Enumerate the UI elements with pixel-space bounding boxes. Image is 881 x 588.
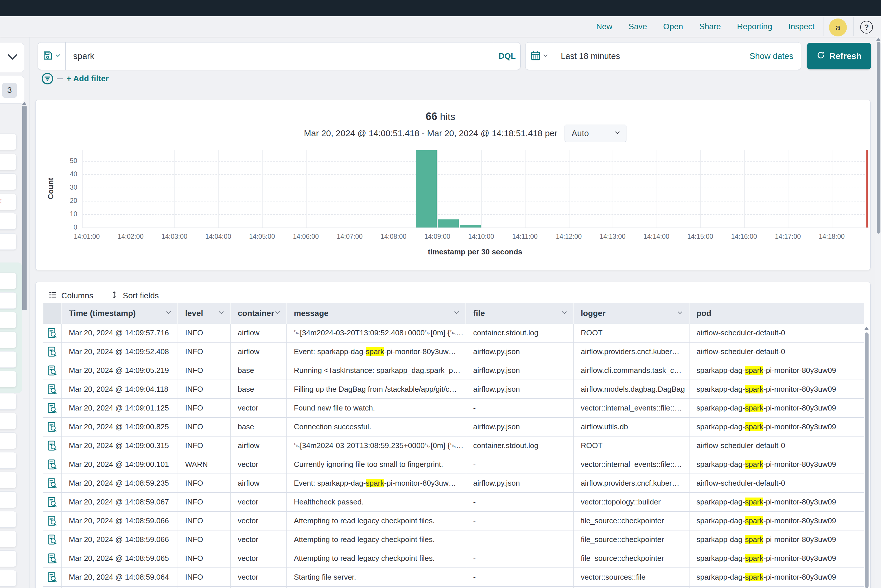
table-row: Mar 20, 2024 @ 14:08:59.065INFOvectorAtt… <box>44 549 864 568</box>
column-header-time-timestamp-[interactable]: Time (timestamp) <box>62 303 178 324</box>
sidebar-collapse-button[interactable] <box>0 43 24 72</box>
field-item-card[interactable] <box>0 351 17 368</box>
column-header-pod[interactable]: pod <box>690 303 864 324</box>
cell-message: Found new file to watch. <box>287 399 466 417</box>
help-icon[interactable]: ? <box>860 21 873 33</box>
inspect-document-icon[interactable] <box>44 549 62 567</box>
sort-fields-button[interactable]: Sort fields <box>110 291 159 301</box>
cell-container: airflow <box>231 474 287 492</box>
cell-logger <box>574 587 690 588</box>
field-item-card[interactable]: × <box>0 194 17 210</box>
field-item-card[interactable] <box>0 531 17 547</box>
inspect-document-icon[interactable] <box>44 399 62 417</box>
field-item-card[interactable] <box>0 570 17 586</box>
query-language-button[interactable]: DQL <box>494 42 520 70</box>
field-item-card[interactable] <box>0 472 17 488</box>
chevron-down-icon <box>165 309 172 318</box>
refresh-button[interactable]: Refresh <box>807 43 871 69</box>
table-row: Mar 20, 2024 @ 14:08:59.066INFOvectorAtt… <box>44 531 864 549</box>
discover-page: NewSaveOpenShareReportingInspect a ? spa… <box>0 0 881 588</box>
table-scrollbar[interactable] <box>865 333 869 588</box>
column-header-logger[interactable]: logger <box>574 303 690 324</box>
y-tick-label: 10 <box>57 210 77 218</box>
field-item-card[interactable] <box>0 134 17 150</box>
field-item-card[interactable] <box>0 413 17 429</box>
column-header-container[interactable]: container <box>231 303 287 324</box>
inspect-document-icon[interactable] <box>44 380 62 398</box>
page-scrollbar-up-arrow[interactable] <box>876 38 881 41</box>
field-item-card[interactable] <box>0 371 17 387</box>
cell-container: airflow <box>231 324 287 342</box>
field-item-card[interactable] <box>0 492 17 508</box>
nav-link-reporting[interactable]: Reporting <box>737 22 772 31</box>
cell-file: - <box>466 455 574 474</box>
field-item-card[interactable] <box>0 292 17 309</box>
nav-link-open[interactable]: Open <box>663 22 683 31</box>
inspect-document-icon[interactable] <box>44 531 62 549</box>
inspect-document-icon[interactable] <box>44 568 62 586</box>
columns-label: Columns <box>61 291 93 300</box>
filter-icon[interactable] <box>41 72 54 85</box>
field-item-card[interactable] <box>0 174 17 190</box>
nav-link-share[interactable]: Share <box>699 22 721 31</box>
refresh-label: Refresh <box>829 51 861 61</box>
column-header-message[interactable]: message <box>287 303 466 324</box>
table-row: Mar 20, 2024 @ 14:09:57.716INFOairflow␛[… <box>44 324 864 343</box>
table-row: Mar 20, 2024 @ 14:08:59.067INFOvectorHea… <box>44 493 864 512</box>
inspect-document-icon[interactable] <box>44 436 62 455</box>
cell-file: - <box>466 549 574 567</box>
inspect-document-icon[interactable] <box>44 493 62 511</box>
x-gridline <box>174 150 175 228</box>
field-item-card[interactable] <box>0 233 17 250</box>
avatar[interactable]: a <box>829 18 847 36</box>
cell-level: INFO <box>178 474 231 492</box>
cell-level: INFO <box>178 512 231 530</box>
field-item-card[interactable] <box>0 332 17 348</box>
nav-link-new[interactable]: New <box>596 22 612 31</box>
cell-message: Starting file server. <box>287 568 466 586</box>
cell-pod: sparkapp-dag-spark-pi-monitor-80y3uw09 <box>690 380 864 398</box>
interval-select[interactable]: Auto <box>564 124 626 142</box>
x-tick-label: 14:02:00 <box>109 233 152 240</box>
calendar-button[interactable] <box>526 42 553 70</box>
show-dates-button[interactable]: Show dates <box>749 51 801 61</box>
nav-link-save[interactable]: Save <box>628 22 647 31</box>
inspect-document-icon[interactable] <box>44 474 62 492</box>
inspect-document-icon[interactable] <box>44 512 62 530</box>
x-gridline <box>87 150 87 228</box>
inspect-document-icon[interactable] <box>44 455 62 474</box>
sidebar-scrollbar[interactable] <box>22 106 27 310</box>
saved-query-button[interactable] <box>38 42 66 70</box>
cell-file: - <box>466 512 574 530</box>
field-item-card[interactable] <box>0 213 17 230</box>
field-item-card[interactable] <box>0 550 17 567</box>
field-item-card[interactable] <box>0 312 17 328</box>
field-item-card[interactable] <box>0 432 17 449</box>
x-tick-label: 14:09:00 <box>416 233 459 240</box>
refresh-icon <box>816 51 825 62</box>
cell-message: Filling up the DagBag from /stackable/ap… <box>287 380 466 398</box>
column-header-file[interactable]: file <box>466 303 574 324</box>
search-input[interactable]: spark <box>66 51 494 61</box>
field-item-card[interactable] <box>0 452 17 469</box>
x-axis-line <box>83 228 869 228</box>
inspect-document-icon[interactable] <box>44 418 62 436</box>
inspect-document-icon[interactable] <box>44 343 62 361</box>
add-filter-button[interactable]: + Add filter <box>66 74 109 83</box>
field-item-card[interactable] <box>0 393 17 410</box>
timerange-value[interactable]: Last 18 minutes <box>553 51 749 61</box>
cell-pod: sparkapp-dag-spark-pi-monitor-80y3uw09 <box>690 399 864 417</box>
page-scrollbar[interactable] <box>876 42 880 234</box>
nav-link-inspect[interactable]: Inspect <box>788 22 815 31</box>
sidebar-scrollbar-up-arrow[interactable] <box>22 102 26 105</box>
field-item-card[interactable] <box>0 511 17 528</box>
inspect-document-icon[interactable] <box>44 362 62 380</box>
field-item-card[interactable] <box>0 154 17 170</box>
columns-button[interactable]: Columns <box>49 291 93 301</box>
column-header-level[interactable]: level <box>178 303 231 324</box>
inspect-document-icon[interactable] <box>44 324 62 342</box>
nav-divider <box>823 17 824 36</box>
table-row: Mar 20, 2024 @ 14:09:04.118INFObaseFilli… <box>44 380 864 399</box>
table-scrollbar-up-arrow[interactable] <box>864 327 869 330</box>
field-item-card[interactable] <box>0 273 17 289</box>
